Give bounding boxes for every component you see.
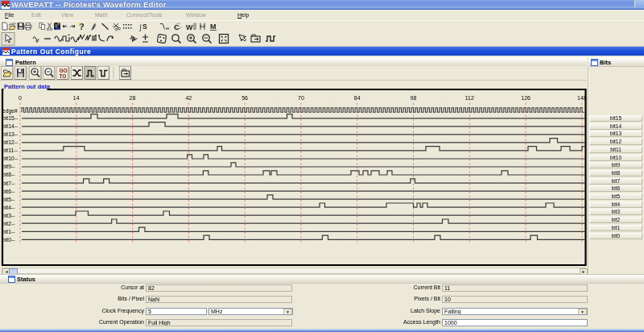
svg-text:bit5--: bit5-- bbox=[2, 197, 15, 202]
svg-text:M: M bbox=[210, 23, 217, 31]
svg-text:bit9--: bit9-- bbox=[2, 164, 15, 169]
svg-text:w: w bbox=[165, 26, 170, 31]
svg-text:bit8--: bit8-- bbox=[2, 172, 15, 177]
svg-text:edge#: edge# bbox=[2, 108, 18, 114]
svg-text:84: 84 bbox=[354, 95, 361, 101]
svg-text:bit13--: bit13-- bbox=[2, 131, 18, 137]
svg-text:S: S bbox=[142, 23, 147, 31]
svg-text:bit12--: bit12-- bbox=[2, 139, 18, 145]
svg-text:bit2--: bit2-- bbox=[2, 221, 15, 226]
svg-text:70: 70 bbox=[298, 95, 304, 101]
svg-text:bit11--: bit11-- bbox=[2, 147, 18, 153]
svg-text:140: 140 bbox=[577, 95, 587, 101]
svg-text:bit7--: bit7-- bbox=[2, 181, 15, 186]
svg-text:0: 0 bbox=[19, 95, 22, 101]
svg-text:42: 42 bbox=[185, 95, 192, 101]
svg-text:126: 126 bbox=[521, 95, 530, 101]
svg-text:TO: TO bbox=[60, 73, 67, 79]
svg-text:bit4--: bit4-- bbox=[2, 205, 15, 210]
svg-text:bit10--: bit10-- bbox=[2, 156, 18, 161]
svg-text:112: 112 bbox=[465, 95, 474, 101]
svg-text:bit6--: bit6-- bbox=[2, 189, 15, 194]
svg-text:56: 56 bbox=[242, 95, 248, 101]
svg-text:28: 28 bbox=[130, 95, 136, 101]
svg-text:14: 14 bbox=[73, 95, 80, 101]
svg-text:W: W bbox=[186, 23, 193, 31]
svg-text:bit1--: bit1-- bbox=[2, 229, 15, 234]
svg-text:Pattern out data: Pattern out data bbox=[4, 83, 51, 90]
svg-text:bit14--: bit14-- bbox=[2, 123, 18, 129]
svg-text:bit3--: bit3-- bbox=[2, 213, 15, 218]
svg-text:98: 98 bbox=[411, 95, 417, 101]
svg-text:bit15--: bit15-- bbox=[2, 115, 18, 121]
svg-text:bit0--: bit0-- bbox=[2, 237, 15, 243]
